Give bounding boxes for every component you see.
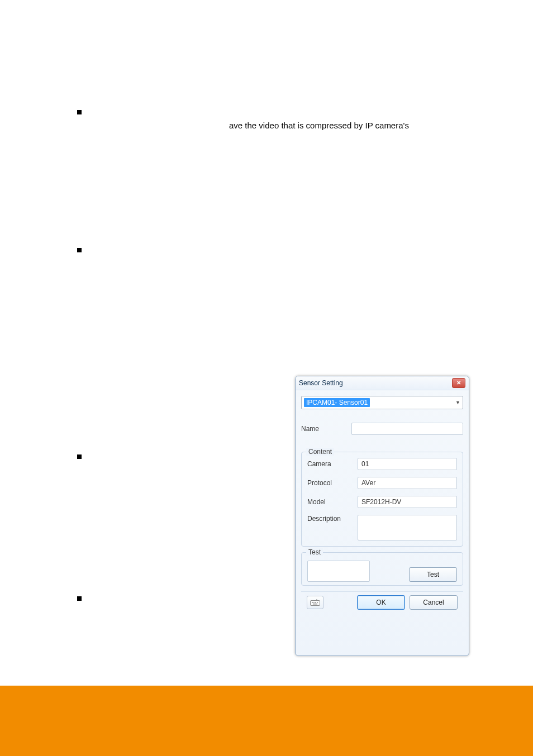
keyboard-button[interactable] xyxy=(307,596,323,609)
content-group-title: Content xyxy=(306,448,334,456)
description-label: Description xyxy=(307,515,358,523)
svg-rect-3 xyxy=(315,602,316,603)
name-input[interactable] xyxy=(351,423,463,435)
content-group: Content Camera Protocol Model Descriptio… xyxy=(301,452,463,547)
svg-rect-5 xyxy=(313,604,317,605)
model-row: Model xyxy=(307,496,457,508)
dialog-titlebar: Sensor Setting ✕ xyxy=(296,376,469,390)
close-button[interactable]: ✕ xyxy=(452,378,465,388)
description-row: Description xyxy=(307,515,457,540)
test-group-title: Test xyxy=(306,548,323,556)
name-label: Name xyxy=(301,425,351,433)
protocol-label: Protocol xyxy=(307,479,358,487)
dialog-title-text: Sensor Setting xyxy=(299,379,343,387)
test-group: Test Test xyxy=(301,552,463,586)
bullet-icon xyxy=(77,248,82,252)
paragraph-line: ave the video that is compressed by IP c… xyxy=(78,119,480,132)
svg-rect-4 xyxy=(317,602,318,603)
body-text: placeholder row ave the video that is co… xyxy=(78,103,480,352)
svg-rect-0 xyxy=(311,601,320,606)
sensor-select-value: IPCAM01- Sensor01 xyxy=(304,398,370,407)
test-output-box xyxy=(307,561,370,582)
model-field xyxy=(358,496,457,508)
ok-button[interactable]: OK xyxy=(357,595,405,610)
chevron-down-icon: ▼ xyxy=(455,400,460,405)
camera-label: Camera xyxy=(307,460,358,468)
protocol-row: Protocol xyxy=(307,477,457,489)
protocol-field xyxy=(358,477,457,489)
bullet-icon xyxy=(77,110,82,114)
svg-rect-1 xyxy=(312,602,313,603)
model-label: Model xyxy=(307,498,358,506)
camera-row: Camera xyxy=(307,458,457,470)
svg-rect-2 xyxy=(313,602,315,603)
page: placeholder row ave the video that is co… xyxy=(0,0,533,756)
description-field xyxy=(358,515,457,540)
sensor-setting-dialog: Sensor Setting ✕ IPCAM01- Sensor01 ▼ Nam… xyxy=(295,376,469,656)
dialog-footer: OK Cancel xyxy=(301,591,463,610)
keyboard-icon xyxy=(310,599,320,606)
test-area: Test xyxy=(307,558,457,582)
dialog-body: IPCAM01- Sensor01 ▼ Name Content Camera … xyxy=(296,390,469,614)
cancel-button[interactable]: Cancel xyxy=(410,595,458,610)
sensor-select[interactable]: IPCAM01- Sensor01 ▼ xyxy=(301,396,463,409)
name-row: Name xyxy=(301,423,463,435)
camera-field xyxy=(358,458,457,470)
close-icon: ✕ xyxy=(456,380,461,386)
footer-bar xyxy=(0,686,533,756)
bullet-icon xyxy=(77,596,82,601)
test-button[interactable]: Test xyxy=(409,567,457,582)
bullet-icon xyxy=(77,454,82,459)
